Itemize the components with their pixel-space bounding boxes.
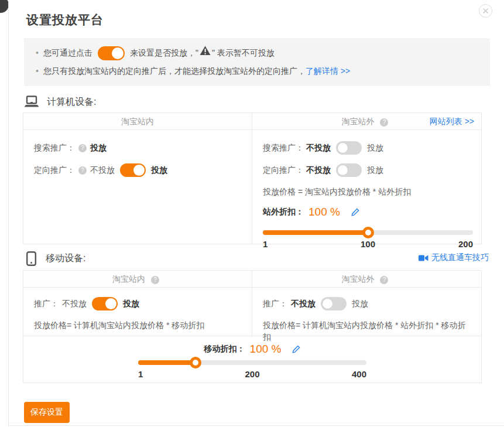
bullet-icon: • <box>36 63 39 79</box>
header-taobao-offsite: 淘宝站外 ? <box>252 271 481 287</box>
offsite-discount-value: 100 % <box>308 206 340 219</box>
mobile-discount-line: 移动折扣： 100 % <box>138 342 366 357</box>
mobile-discount-value: 100 % <box>250 343 282 356</box>
help-icon[interactable]: ? <box>78 166 87 175</box>
page: ✕ 设置投放平台 • 您可通过点击 来设置是否投放，" " 表示暂不可投放 • … <box>0 0 504 430</box>
wireless-tips-link[interactable]: 无线直通车技巧 <box>419 252 489 263</box>
target-off-label: 不投放 <box>306 165 331 176</box>
slider-handle[interactable] <box>362 227 374 238</box>
mobile-discount-label: 移动折扣： <box>204 344 245 354</box>
target-promo-row: 定向推广： 不投放 投放 <box>263 163 473 177</box>
mobile-discount-slider[interactable] <box>138 360 366 365</box>
close-icon[interactable]: ✕ <box>479 4 492 18</box>
toggle-knob <box>337 142 348 153</box>
mobile-offsite-cell: 推广： 不投放 投放 投放价格= 计算机淘宝站内投放价格 * 站外折扣 * 移动… <box>252 288 481 336</box>
scale-min: 1 <box>263 239 268 249</box>
scale-max: 200 <box>458 239 473 249</box>
target-on-label: 投放 <box>151 165 167 176</box>
header-taobao-onsite: 淘宝站内 <box>23 113 252 129</box>
bullet-icon: • <box>36 45 39 61</box>
set-platform-dialog: ✕ 设置投放平台 • 您可通过点击 来设置是否投放，" " 表示暂不可投放 • … <box>8 0 504 426</box>
scale-min: 1 <box>138 369 143 379</box>
computer-onsite-target-toggle[interactable] <box>120 163 146 177</box>
toggle-knob <box>322 298 333 309</box>
offsite-slider-scale: 1 100 200 <box>263 239 473 250</box>
edit-offsite-discount-button[interactable] <box>351 208 359 217</box>
slider-fill <box>138 360 196 365</box>
scale-mid: 100 <box>361 239 375 249</box>
toggle-knob <box>112 47 124 59</box>
promo-on-label: 投放 <box>352 299 368 309</box>
search-promo-state: 投放 <box>90 143 107 153</box>
pencil-icon <box>351 208 359 217</box>
computer-table: 淘宝站内 淘宝站外 ? 网站列表 >> 搜索推广： ? 投放 定向推广： <box>23 112 482 244</box>
notice-box: • 您可通过点击 来设置是否投放，" " 表示暂不可投放 • 您只有投放淘宝站内… <box>24 38 490 86</box>
dialog-title: 设置投放平台 <box>26 12 504 28</box>
search-promo-label: 搜索推广： <box>263 143 304 153</box>
slider-fill <box>263 230 368 235</box>
computer-section-title: 计算机设备: <box>24 95 504 108</box>
promo-off-label: 不投放 <box>62 299 87 309</box>
offsite-discount-label: 站外折扣： <box>263 207 304 217</box>
computer-offsite-cell: 搜索推广： 不投放 投放 定向推广： 不投放 投放 投放价格 = 淘宝站内投放价… <box>252 130 481 244</box>
search-promo-label: 搜索推广： <box>34 143 75 153</box>
video-icon <box>419 255 428 261</box>
header-taobao-offsite: 淘宝站外 ? 网站列表 >> <box>252 113 481 129</box>
search-promo-row: 搜索推广： ? 投放 <box>34 141 244 155</box>
notice-1-pre: 您可通过点击 <box>43 45 92 61</box>
promo-off-label: 不投放 <box>291 299 316 309</box>
website-list-link[interactable]: 网站列表 >> <box>430 113 474 129</box>
mobile-offsite-promo-toggle[interactable] <box>321 297 347 310</box>
notice-1-end: " 表示暂不可投放 <box>212 45 275 61</box>
mobile-discount-row: 移动折扣： 100 % 1 200 400 <box>23 336 481 383</box>
slider-handle[interactable] <box>190 357 201 368</box>
offsite-price-formula: 投放价格 = 淘宝站内投放价格 * 站外折扣 <box>263 186 473 197</box>
search-off-label: 不投放 <box>306 143 331 153</box>
save-settings-button[interactable]: 保存设置 <box>24 402 70 423</box>
offsite-discount-slider[interactable] <box>263 230 473 235</box>
pencil-icon <box>292 345 300 354</box>
computer-offsite-target-toggle[interactable] <box>336 163 362 177</box>
scale-mid: 200 <box>245 369 259 379</box>
target-promo-label: 定向推广： <box>34 165 75 176</box>
header-taobao-onsite: 淘宝站内 ? <box>23 271 252 287</box>
search-on-label: 投放 <box>367 143 383 153</box>
mobile-table: 淘宝站内 ? 淘宝站外 ? 推广： 不投放 投放 投放价格= 计算机淘宝站内投 <box>23 270 482 383</box>
mobile-table-header: 淘宝站内 ? 淘宝站外 ? <box>23 271 481 288</box>
mobile-onsite-promo-toggle[interactable] <box>92 297 118 310</box>
mobile-onsite-formula: 投放价格= 计算机淘宝站内投放价格 * 移动折扣 <box>34 319 244 331</box>
notice-line-2: • 您只有投放淘宝站内的定向推广后，才能选择投放淘宝站外的定向推广， 了解详情 … <box>32 63 482 79</box>
toggle-knob <box>337 165 348 176</box>
mobile-section-head-row: 移动设备: 无线直通车技巧 <box>9 251 504 266</box>
target-on-label: 投放 <box>367 165 383 176</box>
notice-1-mid: 来设置是否投放，" <box>130 45 198 61</box>
help-icon[interactable]: ? <box>78 144 87 152</box>
computer-onsite-cell: 搜索推广： ? 投放 定向推广： ? 不投放 投放 <box>23 130 252 244</box>
warning-triangle-icon <box>200 45 211 61</box>
help-icon[interactable]: ? <box>380 118 388 127</box>
demo-toggle[interactable] <box>98 46 125 60</box>
notice-2-text: 您只有投放淘宝站内的定向推广后，才能选择投放淘宝站外的定向推广， <box>43 63 306 79</box>
computer-table-header: 淘宝站内 淘宝站外 ? 网站列表 >> <box>23 113 481 130</box>
promo-row: 推广： 不投放 投放 <box>34 297 244 310</box>
learn-more-link[interactable]: 了解详情 >> <box>306 63 350 79</box>
edit-mobile-discount-button[interactable] <box>292 345 300 354</box>
scale-max: 400 <box>352 369 366 379</box>
promo-on-label: 投放 <box>123 299 139 309</box>
mobile-onsite-cell: 推广： 不投放 投放 投放价格= 计算机淘宝站内投放价格 * 移动折扣 <box>23 288 252 336</box>
offsite-discount-line: 站外折扣： 100 % <box>263 204 473 220</box>
computer-offsite-search-toggle[interactable] <box>336 141 362 155</box>
mobile-offsite-formula: 投放价格= 计算机淘宝站内投放价格 * 站外折扣 * 移动折扣 <box>263 319 473 331</box>
help-icon[interactable]: ? <box>151 276 159 284</box>
help-icon[interactable]: ? <box>380 276 388 284</box>
target-promo-row: 定向推广： ? 不投放 投放 <box>34 163 244 177</box>
target-promo-label: 定向推广： <box>263 165 304 176</box>
mobile-slider-scale: 1 200 400 <box>138 369 366 380</box>
target-off-label: 不投放 <box>90 165 115 176</box>
toggle-knob <box>133 165 145 176</box>
promo-row: 推广： 不投放 投放 <box>263 297 473 310</box>
promo-label: 推广： <box>34 299 59 309</box>
background-avatar-dot <box>0 0 9 13</box>
mobile-section-label: 移动设备: <box>46 252 85 265</box>
promo-label: 推广： <box>263 299 287 309</box>
